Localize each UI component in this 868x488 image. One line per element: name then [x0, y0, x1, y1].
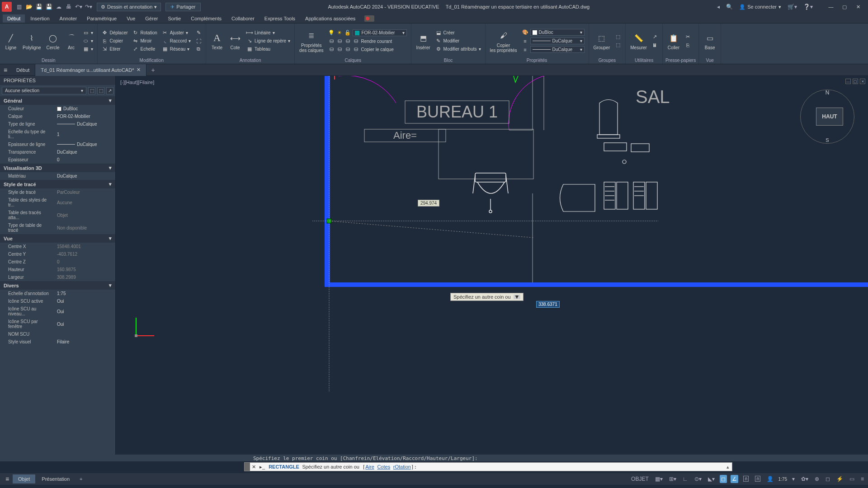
menu-gerer[interactable]: Gérer [141, 14, 162, 23]
tab-file[interactable]: Td_01 Réaménager u...utilisant AutoCAD*✕ [35, 64, 146, 76]
prompt-options-icon[interactable]: ⯆ [514, 295, 520, 299]
menu-parametrique[interactable]: Paramétrique [82, 14, 121, 23]
ellipse-button[interactable]: ⬭▾ [81, 38, 94, 45]
ortho-icon[interactable]: ∟ [681, 475, 689, 483]
tab-objet[interactable]: Objet [13, 474, 35, 483]
otrack-icon[interactable]: ∠ [731, 475, 738, 483]
etirer-button[interactable]: ⇲Etirer [100, 46, 129, 53]
saveas-icon[interactable]: 💾 [45, 3, 52, 10]
echelle-button[interactable]: ⤢Echelle [131, 46, 159, 53]
customize-icon[interactable]: ≡ [859, 475, 865, 483]
deplacer-button[interactable]: ✥Déplacer [100, 29, 129, 37]
save-icon[interactable]: 💾 [35, 3, 42, 10]
polar-icon[interactable]: ⊙▾ [693, 475, 703, 483]
command-line[interactable]: ✕ ▸_ RECTANGLE Spécifiez un autre coin o… [244, 462, 732, 471]
calc-icon[interactable]: 🖩 [652, 42, 658, 48]
open-icon[interactable]: 📂 [25, 3, 33, 10]
menu-express[interactable]: Express Tools [260, 14, 300, 23]
menu-collaborer[interactable]: Collaborer [227, 14, 259, 23]
explode-button[interactable]: ⛶ [194, 38, 203, 45]
record-icon[interactable] [364, 15, 374, 22]
close-tab-icon[interactable]: ✕ [137, 67, 141, 73]
selection-dropdown[interactable]: Aucune sélection▾ [2, 87, 86, 94]
menu-debut[interactable]: Début [3, 14, 25, 23]
coller-button[interactable]: 📋Coller [665, 25, 682, 57]
quickselect-icon[interactable]: ⬚ [88, 87, 95, 94]
rotation-button[interactable]: ↻Rotation [131, 29, 159, 37]
reseau-button[interactable]: ▦Réseau▾ [160, 46, 192, 53]
model-paper-toggle[interactable]: OBJET [630, 475, 650, 483]
copier-button[interactable]: ⎘Copier [100, 38, 129, 45]
prop-scu-niveau[interactable]: Icône SCU au niveau...Oui [0, 305, 115, 318]
prop-transparence[interactable]: TransparenceDuCalque [0, 148, 115, 156]
share-button[interactable]: ✈ Partager [165, 3, 200, 11]
select-objects-icon[interactable]: ↗ [106, 87, 113, 94]
pickadd-icon[interactable]: ⬚ [97, 87, 104, 94]
annomonitor-icon[interactable]: 🄰 [754, 475, 762, 483]
redo-icon[interactable]: ↷▾ [85, 3, 92, 10]
prop-epaisseur[interactable]: Epaisseur0 [0, 156, 115, 164]
dynamic-input[interactable]: 338.6371 [536, 301, 560, 308]
select-icon[interactable]: ↗ [652, 34, 658, 40]
help-icon[interactable]: ❔▾ [803, 4, 813, 10]
copy-clip-icon[interactable]: ⎘ [685, 42, 691, 48]
section-vue[interactable]: Vue▾ [0, 234, 115, 243]
maximize-button[interactable]: ▢ [838, 2, 851, 11]
snap-icon[interactable]: ⊞▾ [668, 475, 678, 483]
grid-icon[interactable]: ▦▾ [654, 475, 664, 483]
cmdline-handle[interactable] [245, 463, 250, 471]
raccord-button[interactable]: ◟Raccord▾ [160, 38, 192, 45]
clean-screen-icon[interactable]: ▭ [848, 475, 856, 483]
tab-presentation[interactable]: Présentation [36, 474, 75, 483]
menu-sortie[interactable]: Sortie [163, 14, 185, 23]
current-layer[interactable]: 💡 ☀ 🔓 FOR-02-Mobilier▾ [327, 29, 408, 37]
isolate-icon[interactable]: ◻ [824, 475, 831, 483]
prop-nom-scu[interactable]: NOM SCU [0, 330, 115, 338]
offset-button[interactable]: ⧉ [194, 46, 203, 53]
menu-apps[interactable]: Applications associées [301, 14, 360, 23]
prop-epaisseur-ligne[interactable]: Epaisseur de ligneDuCalque [0, 141, 115, 148]
cercle-button[interactable]: ◯Cercle [45, 25, 61, 57]
base-button[interactable]: ▭Base [702, 25, 718, 57]
new-tab-button[interactable]: + [146, 66, 159, 74]
hardware-accel-icon[interactable]: ⚡ [835, 475, 844, 483]
scale-display[interactable]: 1:75 [778, 477, 787, 482]
ajuster-button[interactable]: ✂Ajuster▾ [160, 29, 192, 37]
tab-debut[interactable]: Début [11, 64, 35, 76]
prop-materiau[interactable]: MatériauDuCalque [0, 172, 115, 180]
gear-icon[interactable]: ✿▾ [800, 475, 810, 483]
cut-icon[interactable]: ✂ [685, 34, 691, 40]
add-layout-button[interactable]: + [76, 476, 86, 482]
app-icon[interactable]: A [2, 2, 12, 12]
menu-vue[interactable]: Vue [122, 14, 140, 23]
inserer-button[interactable]: ⬒Insérer [414, 25, 432, 57]
menu-complements[interactable]: Compléments [186, 14, 226, 23]
lineaire-button[interactable]: ⟼Linéaire▾ [245, 29, 292, 37]
menu-annoter[interactable]: Annoter [55, 14, 82, 23]
modattr-button[interactable]: ⚙Modifier attributs▾ [434, 46, 482, 53]
layout-menu-icon[interactable]: ≡ [3, 475, 12, 483]
repere-button[interactable]: ↘Ligne de repère▾ [245, 38, 292, 45]
annoscale-icon[interactable]: 🄰 [742, 475, 750, 483]
prop-scu-active[interactable]: Icône SCU activeOui [0, 297, 115, 305]
hatch-button[interactable]: ▦▾ [81, 46, 94, 53]
maximize-viewport-icon[interactable]: ⊕ [813, 475, 821, 483]
rect-button[interactable]: ▭▾ [81, 29, 94, 37]
new-icon[interactable]: ▥ [15, 3, 23, 10]
group-edit-icon[interactable]: ⬚ [615, 42, 621, 48]
drawing-canvas[interactable]: [-][Haut][Filaire] — ▢ ✕ N S HAUT [116, 76, 868, 455]
tableau-button[interactable]: ▦Tableau [245, 46, 292, 53]
cart-icon[interactable]: 🛒▾ [788, 4, 797, 10]
texte-button[interactable]: ATexte [209, 25, 225, 57]
undo-icon[interactable]: ↶▾ [75, 3, 82, 10]
nav-left-icon[interactable]: ◂ [717, 4, 720, 10]
section-divers[interactable]: Divers▾ [0, 281, 115, 290]
cote-button[interactable]: ⟷Cote [227, 25, 243, 57]
prop-couleur[interactable]: CouleurDuBloc [0, 105, 115, 113]
ltype-dropdown[interactable]: ≡DuCalque▾ [521, 37, 586, 45]
signin-button[interactable]: 👤Se connecter▾ [739, 4, 781, 10]
menu-insertion[interactable]: Insertion [26, 14, 54, 23]
modifier-button[interactable]: ✎Modifier [434, 38, 482, 45]
copier-calque-button[interactable]: ⛁⛁⛁⛁Copier le calque [327, 46, 408, 53]
creer-button[interactable]: ⬓Créer [434, 29, 482, 37]
